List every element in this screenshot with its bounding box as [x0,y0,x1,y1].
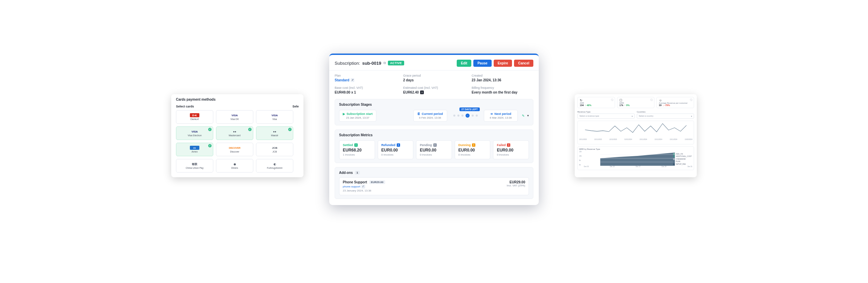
metric-tag-icon: i [433,143,437,147]
metric-amount: EUR0.00 [420,148,448,153]
card-tile-visa-electron[interactable]: ✓VISAVisa Electron [176,126,213,140]
mrr-by-type-chart: MRR by Revenue Type 12k10k8k6k Dec 03Dec… [577,146,694,170]
stat-average-revenue-per-customer: ⓘ☺Average Revenue per customer39 ↓ -79% [656,97,694,108]
card-brand-icon: 银联 [190,162,199,166]
check-icon: ✓ [208,128,212,131]
card-name: Amex [192,150,198,153]
arrow-right-icon: → [466,114,470,118]
card-tile-visa-dk[interactable]: VISAVisa DK [216,110,253,124]
expand-icon: ⤢ [361,185,365,188]
metric-dunning: Dunning iEUR0.000 invoices [455,140,491,159]
card-tile-diners[interactable]: ◉Diners [216,159,253,173]
stage-next-date: 6 Mar 2024, 13:36 [488,116,514,119]
subscription-panel: Subscription: sub-0019 ⧉ ACTIVE Edit Pau… [329,54,539,205]
metric-failed: Failed iEUR0.000 invoices [493,140,529,159]
days-left-badge: 27 DAYS LEFT [459,107,480,111]
expand-stages-icon[interactable]: ▾ [527,114,529,117]
card-tile-visa[interactable]: VISAVisa [256,110,293,124]
stage-start: ▶Subscription start 23 Jan 2024, 13:37 [339,110,376,122]
card-tile-forbrugsforeni[interactable]: ◐Forbrugsforeni [256,159,293,173]
stage-current-date: 6 Feb 2024, 13:36 [417,116,443,119]
metric-sub: 1 invoices [343,153,371,156]
addon-name: Phone Support [343,180,367,184]
card-name: Diners [231,167,238,169]
copy-icon[interactable]: ⧉ [383,61,386,65]
card-brand-icon: DISCOVER [230,146,239,150]
stages-title: Subscription Stages [339,103,529,106]
legend-additional: ADDITIONAL_COST [673,155,692,158]
card-brand-icon: ◉ [230,162,239,166]
addons-section: Add-ons 1 Phone Support EUR29.00 phone-s… [335,167,533,199]
metric-settled: Settled iEUR68.201 invoices [339,140,375,159]
expire-button[interactable]: Expire [494,60,512,67]
y-tick: 6k [579,164,581,166]
card-tile-mastercard[interactable]: ✓●●Mastercard [216,126,253,140]
metric-tag-icon: i [354,143,358,147]
stat-icon: ☺ [659,99,692,102]
subscription-title: Subscription: sub-0019 ⧉ ACTIVE [335,61,404,66]
stat-delta: ↑ 9% [624,104,630,106]
edit-stages-icon[interactable]: ✎ [522,114,525,118]
metric-sub: 0 invoices [381,153,410,156]
card-brand-icon: ▭ [190,146,199,150]
card-brand-icon: VISA [190,129,199,134]
metric-amount: EUR0.00 [497,148,525,153]
mrr-dashboard-panel: ⓘ↻ARR194 ↑ 48%ⓘ☐MRR17k ↑ 9%ⓘ☺Average Rev… [575,94,697,177]
addon-id-link[interactable]: phone-support ⤢ [343,185,385,188]
stat-value: 194 [580,104,584,106]
y-tick: 10k [579,155,581,157]
pause-button[interactable]: Pause [473,60,491,67]
addon-date: 23 January 2024, 13:36 [343,189,385,192]
x-tick: Dec 24 [662,166,666,167]
cards-panel-title: Cards payment methods [176,98,299,101]
metric-refunded: Refunded iEUR0.000 invoices [378,140,414,159]
check-icon: ✓ [288,128,292,131]
metric-sub: 0 invoices [420,153,448,156]
card-tile-jcb[interactable]: JCBJCB [256,143,293,156]
info-icon[interactable]: ⓘ [611,98,613,102]
legend-addon: ADD_ON [673,153,692,156]
card-brand-icon: ◐ [270,162,279,166]
stage-current: 🗓Current period 6 Feb 2024, 13:36 [413,110,447,122]
x-tick: Dec 31 [688,166,692,167]
edit-button[interactable]: Edit [457,60,471,67]
revenue-type-select[interactable]: Select a revenue type ▾ [577,114,635,119]
x-tick: 13/11/2024 [654,139,662,140]
addon-price-chip: EUR29.00 [369,180,385,184]
metric-tag-icon: i [397,143,400,147]
title-prefix: Subscription: [335,61,360,66]
card-brand-icon: JCB [270,146,279,150]
card-tile-dankort[interactable]: D·KDankort [176,110,213,124]
subscription-id: sub-0019 [362,61,381,66]
x-tick: 01/01/2024 [624,139,632,140]
card-name: Discover [230,150,239,153]
info-icon[interactable]: ⓘ [690,98,692,102]
legend-setup: SETUP_FEE [673,163,692,166]
card-tile-amex[interactable]: ✓▭Amex [176,143,213,156]
select-cards-label-right: Sele [292,105,299,108]
card-tile-discover[interactable]: DISCOVERDiscover [216,143,253,156]
countries-select[interactable]: Select a country ▾ [637,114,694,119]
check-icon: ✓ [208,144,212,147]
card-tile-china-union-pay[interactable]: 银联China Union Pay [176,159,213,173]
x-tick: 13/11/2023 [579,139,587,140]
stage-progress: 27 DAYS LEFT → [450,114,481,118]
x-tick: 13/11/2024 [639,139,647,140]
card-name: JCB [272,150,277,153]
plan-value[interactable]: Standard ⤢ [335,78,396,82]
revenue-type-label: Revenue Type [577,111,635,113]
x-tick: Dec 17 [636,166,640,167]
metric-label: Refunded [381,143,396,147]
info-icon[interactable]: i [420,90,424,94]
info-icon[interactable]: ⓘ [650,98,653,102]
addons-count: 1 [355,171,360,175]
card-tile-maestr[interactable]: ✓●●Maestr [256,126,293,140]
arrow-circle-icon: ➔ [490,112,493,116]
legend-ondemand: ONDEMAND [673,158,692,161]
x-tick: 13/02/2024 [685,139,692,140]
cancel-button[interactable]: Cancel [514,60,533,67]
select-cards-label: Select cards [176,105,194,108]
addon-price: EUR29.00 [507,180,525,184]
metric-label: Settled [343,143,353,147]
card-name: Maestr [271,134,278,137]
